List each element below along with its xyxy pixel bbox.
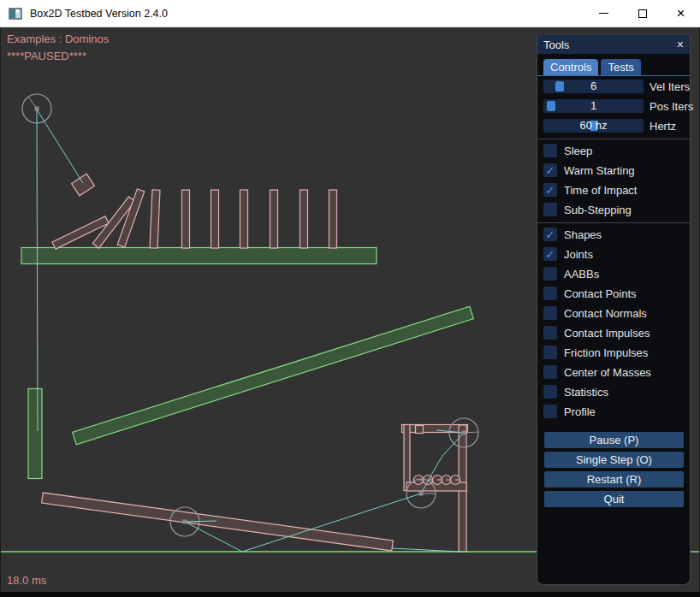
slider-row-hertz: 60 hzHertz	[543, 119, 684, 133]
window-border-left	[0, 27, 1, 597]
window-border-bottom	[0, 592, 700, 597]
slider-track[interactable]: 1	[543, 99, 644, 113]
checkbox-row-contact-impulses: Contact Impulses	[543, 326, 684, 340]
tools-panel-titlebar[interactable]: Tools ×	[537, 35, 690, 54]
tab-tests[interactable]: Tests	[601, 59, 640, 75]
checkbox-label: Friction Impulses	[564, 346, 648, 359]
checkbox-aabbs[interactable]	[543, 267, 557, 281]
checkbox-contact-impulses[interactable]	[543, 326, 557, 340]
button-section: Pause (P)Single Step (O)Restart (R)Quit	[537, 424, 690, 507]
checkbox-label: Center of Masses	[564, 366, 651, 379]
pause-button[interactable]: Pause (P)	[544, 432, 684, 448]
checkbox-row-contact-points: Contact Points	[543, 287, 684, 300]
checkbox-group-draw: ✓Shapes✓JointsAABBsContact PointsContact…	[537, 228, 690, 418]
tab-controls[interactable]: Controls	[543, 59, 598, 75]
slider-row-pos-iters: 1Pos Iters	[543, 99, 684, 113]
domino-8	[270, 190, 278, 248]
close-button[interactable]: ×	[661, 0, 700, 27]
joint-anchor	[419, 492, 424, 496]
joint-line	[37, 109, 38, 431]
domino-9	[300, 190, 308, 248]
checkbox-row-warm-starting: ✓Warm Starting	[543, 163, 684, 177]
pendulum-bob	[72, 174, 95, 196]
separator	[537, 222, 690, 223]
checkbox-contact-normals[interactable]	[543, 306, 557, 320]
quit-button[interactable]: Quit	[544, 491, 684, 507]
paused-label: ****PAUSED****	[7, 48, 109, 65]
checkbox-statistics[interactable]	[543, 385, 557, 399]
checkbox-shapes-checked[interactable]: ✓	[543, 228, 557, 241]
checkbox-warm-starting-checked[interactable]: ✓	[543, 163, 557, 177]
checkbox-label: Contact Points	[564, 287, 637, 300]
minimize-icon	[599, 13, 608, 14]
checkbox-label: Time of Impact	[564, 184, 637, 197]
checkbox-contact-points[interactable]	[543, 287, 557, 300]
checkbox-group-simulation: Sleep✓Warm Starting✓Time of ImpactSub-St…	[537, 144, 690, 216]
tab-bar: ControlsTests	[537, 59, 690, 76]
checkbox-row-statistics: Statistics	[543, 385, 684, 399]
single-button[interactable]: Single Step (O)	[544, 452, 684, 468]
slider-label: Vel Iters	[650, 80, 690, 93]
slider-row-vel-iters: 6Vel Iters	[543, 80, 684, 93]
checkbox-friction-impulses[interactable]	[543, 346, 557, 359]
domino-7	[240, 190, 248, 248]
slider-value: 1	[543, 99, 644, 113]
checkbox-center-of-masses[interactable]	[543, 365, 557, 379]
checkbox-row-sub-stepping: Sub-Stepping	[543, 203, 684, 216]
slider-track[interactable]: 6	[543, 80, 644, 93]
checkbox-row-profile: Profile	[543, 405, 684, 418]
post	[28, 389, 42, 479]
panel-close-icon[interactable]: ×	[677, 38, 684, 50]
checkbox-row-contact-normals: Contact Normals	[543, 306, 684, 320]
example-label: Examples : Dominos	[7, 31, 109, 48]
checkbox-label: Contact Normals	[564, 307, 647, 320]
checkbox-label: AABBs	[564, 268, 599, 281]
checkbox-label: Contact Impulses	[564, 327, 650, 340]
checkbox-row-center-of-masses: Center of Masses	[543, 365, 684, 379]
joint-line	[430, 456, 442, 476]
overlay-text: Examples : Dominos ****PAUSED****	[7, 31, 109, 65]
maximize-icon	[638, 9, 647, 18]
joint-anchor	[35, 107, 39, 111]
ramp	[73, 306, 474, 445]
window-title: Box2D Testbed Version 2.4.0	[30, 8, 168, 20]
app-icon	[9, 7, 22, 21]
joint-anchor	[462, 431, 466, 435]
maximize-button[interactable]	[623, 0, 661, 27]
domino-4	[150, 190, 160, 248]
platform	[21, 248, 377, 264]
checkbox-sleep[interactable]	[543, 144, 557, 157]
checkbox-row-friction-impulses: Friction Impulses	[543, 346, 684, 359]
slider-section: 6Vel Iters1Pos Iters60 hzHertz	[537, 76, 690, 133]
separator	[537, 139, 690, 139]
checkbox-time-of-impact-checked[interactable]: ✓	[543, 183, 557, 197]
checkbox-row-sleep: Sleep	[543, 144, 684, 157]
slider-value: 60 hz	[543, 119, 644, 133]
slider-value: 6	[543, 80, 644, 93]
restart-button[interactable]: Restart (R)	[544, 471, 684, 488]
frame-left-post	[404, 425, 410, 491]
checkbox-label: Warm Starting	[564, 164, 635, 177]
slider-label: Hertz	[650, 120, 676, 133]
slider-label: Pos Iters	[650, 100, 693, 113]
domino-5	[182, 190, 190, 248]
tools-panel: Tools × ControlsTests 6Vel Iters1Pos Ite…	[537, 34, 691, 585]
checkbox-profile[interactable]	[543, 405, 557, 418]
checkbox-joints-checked[interactable]: ✓	[543, 247, 557, 261]
tools-panel-title: Tools	[543, 38, 569, 51]
frame-block	[416, 426, 424, 434]
frame-top-bar	[402, 425, 468, 433]
frame-time-label: 18.0 ms	[7, 574, 46, 587]
checkbox-label: Sleep	[564, 145, 592, 157]
window-controls: ×	[584, 0, 700, 27]
checkbox-row-time-of-impact: ✓Time of Impact	[543, 183, 684, 197]
checkbox-row-aabbs: AABBs	[543, 267, 684, 281]
seesaw-plank	[42, 493, 394, 551]
minimize-button[interactable]	[584, 0, 623, 27]
checkbox-label: Statistics	[564, 386, 608, 399]
checkbox-label: Shapes	[564, 228, 602, 241]
joint-anchor	[183, 520, 187, 524]
window-titlebar: Box2D Testbed Version 2.4.0 ×	[0, 0, 700, 27]
slider-track[interactable]: 60 hz	[543, 119, 644, 133]
checkbox-sub-stepping[interactable]	[543, 203, 557, 216]
